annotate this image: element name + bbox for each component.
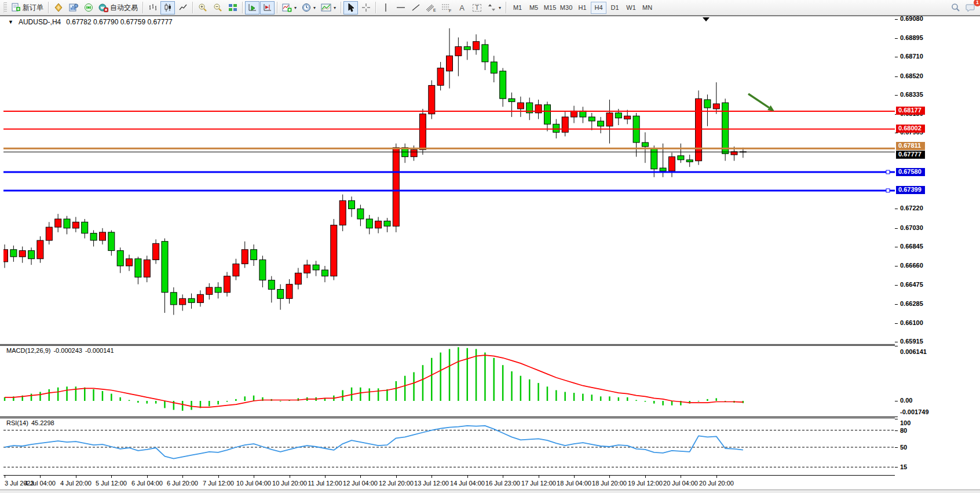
- zoom-in-button[interactable]: [195, 1, 210, 14]
- date-tick: [218, 476, 219, 478]
- date-label: 6 Jul 04:00: [131, 480, 163, 487]
- text-button[interactable]: A: [455, 1, 469, 14]
- tile-windows-button[interactable]: [225, 1, 240, 14]
- sound-alert-button[interactable]: [81, 1, 96, 14]
- equidistant-channel-button[interactable]: E: [423, 1, 438, 14]
- chart-shift-button[interactable]: [260, 1, 275, 14]
- date-tick: [716, 476, 717, 478]
- date-tick: [76, 476, 76, 478]
- macd-tick-label: 0.00: [900, 397, 912, 404]
- rsi-panel[interactable]: RSI(14) 45.2298: [3, 418, 895, 475]
- navigator-button[interactable]: [51, 1, 65, 14]
- candlestick-chart-icon: [163, 3, 173, 12]
- date-tick: [360, 476, 361, 478]
- periods-dropdown-caret[interactable]: ▾: [313, 5, 316, 10]
- tf-m1-button[interactable]: M1: [510, 2, 525, 14]
- indicators-dropdown-caret[interactable]: ▾: [294, 5, 297, 10]
- line-chart-button[interactable]: [175, 1, 190, 14]
- macd-tick-label: 0.006141: [900, 348, 927, 355]
- text-label-button[interactable]: T: [470, 1, 484, 14]
- tf-m30-button[interactable]: M30: [558, 2, 574, 14]
- date-label: 7 Jul 12:00: [203, 480, 234, 487]
- macd-chart[interactable]: [3, 346, 895, 417]
- tf-m15-button[interactable]: M15: [542, 2, 558, 14]
- price-tick-dash: [895, 285, 898, 286]
- horizontal-line-button[interactable]: [393, 1, 408, 14]
- date-axis[interactable]: 3 Jul 20234 Jul 04:004 Jul 20:005 Jul 12…: [3, 475, 895, 490]
- date-label: 19 Jul 12:00: [628, 480, 663, 487]
- price-tick-label: 0.68895: [900, 34, 923, 41]
- tf-mn-button[interactable]: MN: [639, 2, 655, 14]
- crosshair-button[interactable]: [359, 1, 373, 14]
- date-tick: [645, 476, 646, 478]
- date-label: 14 Jul 04:00: [450, 480, 485, 487]
- templates-button[interactable]: ▾: [319, 1, 338, 14]
- toolbar-separator: [242, 2, 243, 13]
- chart-shift-marker[interactable]: [703, 17, 710, 21]
- macd-tick-label: -0.001749: [900, 408, 929, 415]
- arrows-dropdown-caret[interactable]: ▾: [499, 5, 501, 10]
- macd-panel[interactable]: MACD(12,26,9) -0.000243 -0.000141: [3, 346, 895, 417]
- price-tick-label: 0.68335: [900, 91, 923, 98]
- arrows-tool-button[interactable]: ▾: [485, 1, 503, 14]
- chart-menu-icon[interactable]: ▼: [8, 19, 13, 25]
- trendline-icon: [411, 3, 420, 12]
- timeframe-group: M1 M5 M15 M30 H1 H4 D1 W1 MN: [510, 2, 655, 14]
- price-badge: 0.68177: [896, 107, 925, 115]
- date-tick: [111, 476, 112, 478]
- tf-h4-button[interactable]: H4: [591, 2, 606, 14]
- date-label: 4 Jul 20:00: [60, 480, 92, 487]
- bar-chart-button[interactable]: [145, 1, 160, 14]
- date-label: 10 Jul 04:00: [236, 480, 271, 487]
- rsi-tick-label: 80: [900, 427, 907, 434]
- rsi-line: [5, 426, 743, 459]
- candlestick-chart[interactable]: [3, 16, 895, 344]
- vertical-line-icon: [382, 3, 390, 12]
- periods-icon: [302, 3, 311, 12]
- auto-scroll-button[interactable]: [245, 1, 259, 14]
- toolbar-drag-handle[interactable]: [3, 2, 7, 13]
- cursor-button[interactable]: [343, 1, 358, 14]
- price-axis[interactable]: 0.690800.688950.687100.685200.683350.681…: [895, 16, 980, 475]
- crosshair-icon: [361, 3, 371, 12]
- date-label: 10 Jul 20:00: [272, 480, 307, 487]
- date-tick: [396, 476, 397, 478]
- trendline-button[interactable]: [408, 1, 423, 14]
- tf-d1-button[interactable]: D1: [607, 2, 623, 14]
- chart-title: ▼ AUDUSD-,H4 0.67782 0.67790 0.67759 0.6…: [8, 18, 173, 26]
- price-tick-dash: [895, 76, 898, 77]
- price-chart-panel[interactable]: ▼ AUDUSD-,H4 0.67782 0.67790 0.67759 0.6…: [3, 16, 895, 344]
- periods-button[interactable]: ▾: [299, 1, 318, 14]
- vertical-line-button[interactable]: [378, 1, 393, 14]
- tf-m5-button[interactable]: M5: [526, 2, 542, 14]
- date-tick: [290, 476, 290, 478]
- new-order-button[interactable]: 新订单: [9, 1, 46, 14]
- zoom-out-button[interactable]: [210, 1, 225, 14]
- arrow-annotation[interactable]: [748, 94, 774, 111]
- price-tick-label: 0.65915: [900, 338, 923, 345]
- price-badge: 0.67580: [896, 168, 925, 176]
- toolbar-separator: [341, 2, 341, 13]
- ohlc-values: 0.67782 0.67790 0.67759 0.67777: [66, 18, 173, 26]
- toolbar-separator: [277, 2, 277, 13]
- auto-trading-button[interactable]: 自动交易: [96, 1, 140, 14]
- indicators-button[interactable]: ▾: [280, 1, 299, 14]
- rsi-label: RSI(14) 45.2298: [6, 419, 54, 426]
- market-watch-button[interactable]: [66, 1, 81, 14]
- macd-tick-dash: [895, 346, 898, 346]
- rsi-chart[interactable]: [3, 418, 895, 475]
- macd-histogram: [4, 347, 744, 411]
- chart-window: ▼ AUDUSD-,H4 0.67782 0.67790 0.67759 0.6…: [0, 16, 980, 493]
- search-button[interactable]: [948, 1, 963, 14]
- price-tick-label: 0.67220: [900, 204, 923, 211]
- macd-label: MACD(12,26,9) -0.000243 -0.000141: [6, 347, 114, 354]
- date-label: 20 Jul 04:00: [663, 480, 698, 487]
- tf-w1-button[interactable]: W1: [623, 2, 639, 14]
- date-tick: [40, 476, 41, 478]
- cursor-icon: [347, 3, 355, 12]
- tf-h1-button[interactable]: H1: [575, 2, 590, 14]
- date-tick: [609, 476, 610, 478]
- candlestick-chart-button[interactable]: [160, 1, 175, 14]
- fibonacci-button[interactable]: F: [439, 1, 454, 14]
- templates-dropdown-caret[interactable]: ▾: [334, 5, 336, 10]
